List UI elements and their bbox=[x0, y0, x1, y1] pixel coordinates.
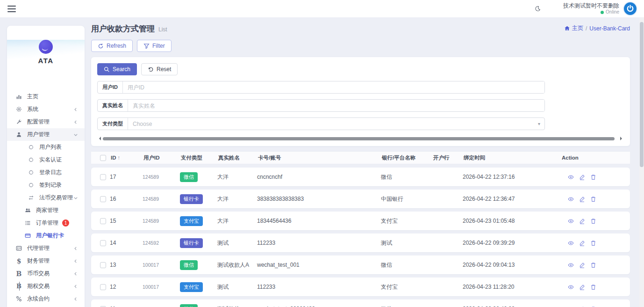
row-checkbox[interactable] bbox=[100, 240, 106, 246]
sidebar-item-系统[interactable]: 系统 bbox=[7, 103, 85, 116]
window-scrollbar[interactable] bbox=[639, 17, 644, 307]
cell-pay-type: 支付宝 bbox=[180, 216, 217, 226]
delete-button-trash-icon[interactable] bbox=[590, 174, 596, 180]
cell-user-id: 124589 bbox=[143, 174, 180, 180]
cell-pay-type: 银行卡 bbox=[180, 194, 217, 204]
dark-mode-moon-icon[interactable] bbox=[535, 6, 541, 12]
filter-button[interactable]: Filter bbox=[137, 40, 172, 52]
text-input[interactable] bbox=[128, 100, 544, 111]
breadcrumb-home[interactable]: 主页 bbox=[564, 24, 583, 32]
sidebar-item-订单管理[interactable]: 订单管理1 bbox=[7, 217, 85, 229]
edit-button-pencil-icon[interactable] bbox=[579, 284, 585, 290]
breadcrumb-current[interactable]: User-Bank-Card bbox=[589, 25, 630, 32]
sidebar-item-商家管理[interactable]: 商家管理 bbox=[7, 204, 85, 217]
sidebar-item-文章管理[interactable]: 文章管理 bbox=[7, 305, 85, 307]
sort-asc-icon: ↑ bbox=[118, 155, 121, 161]
sidebar-item-登录日志[interactable]: 登录日志 bbox=[7, 166, 85, 179]
sidebar-item-币币交易[interactable]: B币币交易 bbox=[7, 267, 85, 280]
text-input[interactable] bbox=[123, 81, 544, 93]
table-row: 15124589支付宝大洋18344564436支付宝2026-04-23 01… bbox=[91, 212, 630, 230]
view-button-eye-icon[interactable] bbox=[568, 262, 574, 268]
sidebar-item-主页[interactable]: 主页 bbox=[7, 90, 85, 103]
edit-button-pencil-icon[interactable] bbox=[579, 196, 585, 202]
cell-pay-type: 支付宝 bbox=[180, 282, 217, 292]
pay-type-badge: 银行卡 bbox=[180, 194, 203, 204]
delete-button-trash-icon[interactable] bbox=[590, 284, 596, 290]
baht-icon: B bbox=[15, 283, 22, 290]
sidebar-item-label: 代理管理 bbox=[27, 244, 50, 252]
sidebar-item-签到记录[interactable]: 签到记录 bbox=[7, 179, 85, 191]
reset-button[interactable]: Reset bbox=[141, 63, 178, 75]
menu-toggle-icon[interactable] bbox=[7, 6, 16, 12]
column-header-Action[interactable]: Action bbox=[561, 155, 630, 161]
refresh-button[interactable]: Refresh bbox=[91, 40, 133, 52]
column-header-绑定时间[interactable]: 绑定时间 bbox=[463, 154, 561, 161]
view-button-eye-icon[interactable] bbox=[568, 240, 574, 246]
users-icon bbox=[24, 207, 31, 213]
window-scrollbar-thumb[interactable] bbox=[640, 22, 644, 167]
user-name: 技术测试暂时不要删除 bbox=[563, 2, 619, 9]
breadcrumb: 主页 / User-Bank-Card bbox=[564, 24, 630, 32]
edit-button-pencil-icon[interactable] bbox=[579, 262, 585, 268]
sidebar-item-label: 系统 bbox=[27, 105, 38, 113]
sidebar-item-法币交易管理[interactable]: 法币交易管理 bbox=[7, 191, 85, 204]
column-header-ID[interactable]: ID↑ bbox=[110, 155, 143, 161]
chevron-down-icon[interactable]: ▾ bbox=[538, 121, 540, 126]
view-button-eye-icon[interactable] bbox=[568, 174, 574, 180]
main-content: 用户收款方式管理 List 主页 / User-Bank-Card Refres… bbox=[91, 23, 630, 307]
page-title: 用户收款方式管理 bbox=[91, 23, 155, 34]
horizontal-scrollbar[interactable] bbox=[97, 137, 624, 140]
online-dot-icon bbox=[601, 11, 604, 14]
edit-button-pencil-icon[interactable] bbox=[579, 174, 585, 180]
column-header-用户ID[interactable]: 用户ID bbox=[143, 154, 180, 161]
sidebar-item-配置管理[interactable]: 配置管理 bbox=[7, 116, 85, 128]
filter-panel: Search Reset 用户ID真实姓名支付类型▾ bbox=[91, 57, 630, 146]
row-checkbox[interactable] bbox=[100, 196, 106, 202]
column-header-开户行[interactable]: 开户行 bbox=[432, 154, 463, 161]
select-input[interactable] bbox=[128, 118, 538, 130]
cell-actions bbox=[561, 218, 630, 224]
avatar[interactable] bbox=[623, 1, 637, 16]
sidebar-item-label: 登录日志 bbox=[39, 168, 62, 176]
search-button[interactable]: Search bbox=[97, 63, 137, 75]
row-checkbox[interactable] bbox=[100, 262, 106, 268]
view-button-eye-icon[interactable] bbox=[568, 196, 574, 202]
list-icon bbox=[24, 220, 31, 226]
column-header-卡号/账号[interactable]: 卡号/账号 bbox=[257, 154, 381, 161]
sidebar-item-用户管理[interactable]: 用户管理 bbox=[7, 128, 85, 141]
delete-button-trash-icon[interactable] bbox=[590, 196, 596, 202]
column-header-银行/平台名称[interactable]: 银行/平台名称 bbox=[381, 154, 432, 161]
delete-button-trash-icon[interactable] bbox=[590, 262, 596, 268]
view-button-eye-icon[interactable] bbox=[568, 284, 574, 290]
cell-user-id: 124592 bbox=[143, 240, 180, 246]
sidebar-item-代理管理[interactable]: 代理管理 bbox=[7, 242, 85, 255]
delete-button-trash-icon[interactable] bbox=[590, 240, 596, 246]
row-checkbox[interactable] bbox=[100, 218, 106, 224]
row-checkbox[interactable] bbox=[100, 284, 106, 290]
cell-real-name: 大洋 bbox=[217, 173, 257, 181]
edit-button-pencil-icon[interactable] bbox=[579, 240, 585, 246]
row-checkbox[interactable] bbox=[100, 174, 106, 180]
page-subtitle: List bbox=[158, 26, 167, 33]
delete-button-trash-icon[interactable] bbox=[590, 218, 596, 224]
chevron-left-icon bbox=[73, 246, 78, 251]
sidebar-item-用户银行卡[interactable]: 用户银行卡 bbox=[7, 229, 85, 242]
column-header-真实姓名[interactable]: 真实姓名 bbox=[217, 154, 257, 161]
column-header-支付类型[interactable]: 支付类型 bbox=[180, 154, 217, 161]
table-row: 13100017微信测试收款人Awechat_test_001微信2026-04… bbox=[91, 256, 630, 274]
view-button-eye-icon[interactable] bbox=[568, 218, 574, 224]
sidebar-item-永续合约[interactable]: 永续合约 bbox=[7, 292, 85, 305]
scrollbar-thumb[interactable] bbox=[103, 137, 615, 140]
cell-pay-type: 微信 bbox=[180, 260, 217, 270]
sidebar-item-期权交易[interactable]: B期权交易 bbox=[7, 280, 85, 292]
scroll-left-icon[interactable] bbox=[97, 137, 101, 140]
cell-id: 13 bbox=[110, 262, 143, 268]
sidebar-item-财务管理[interactable]: $财务管理 bbox=[7, 255, 85, 267]
sidebar-item-用户列表[interactable]: 用户列表 bbox=[7, 141, 85, 154]
scroll-right-icon[interactable] bbox=[620, 137, 624, 140]
wrench-icon bbox=[15, 119, 22, 125]
sidebar-item-实名认证[interactable]: 实名认证 bbox=[7, 154, 85, 166]
user-info[interactable]: 技术测试暂时不要删除 Online bbox=[563, 2, 619, 15]
select-all-checkbox[interactable] bbox=[100, 155, 106, 161]
edit-button-pencil-icon[interactable] bbox=[579, 218, 585, 224]
